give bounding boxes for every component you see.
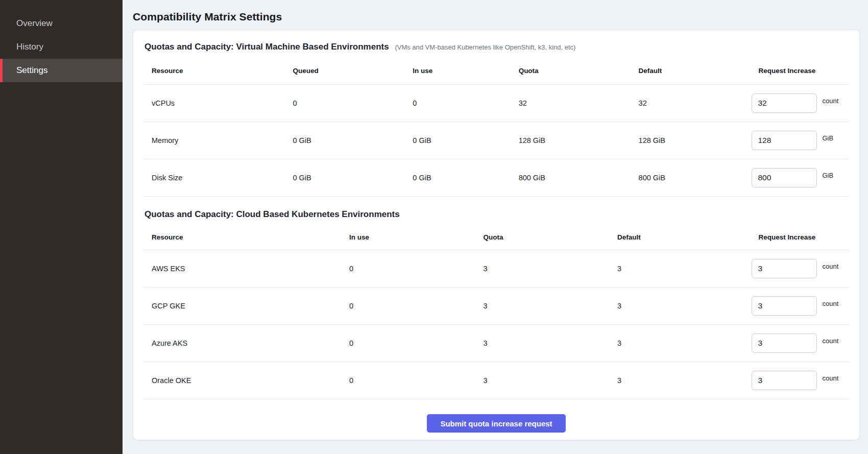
gcp-gke-quota: 3 xyxy=(475,302,610,310)
disk-in-use: 0 GiB xyxy=(404,174,510,182)
table-row-azure-aks: Azure AKS 0 3 3 count xyxy=(143,325,849,362)
gcp-gke-default: 3 xyxy=(609,302,750,310)
section-title-vm: Quotas and Capacity: Virtual Machine Bas… xyxy=(143,30,849,57)
disk-resource: Disk Size xyxy=(143,174,284,182)
memory-request-input[interactable] xyxy=(752,131,817,150)
table-row-aws-eks: AWS EKS 0 3 3 count xyxy=(143,250,849,288)
vcpus-unit-label: count xyxy=(823,97,839,105)
oracle-oke-quota: 3 xyxy=(475,376,610,385)
memory-queued: 0 GiB xyxy=(284,136,404,145)
oracle-oke-default: 3 xyxy=(609,376,750,385)
cloud-col-resource: Resource xyxy=(143,233,341,241)
oracle-oke-unit-label: count xyxy=(823,374,839,382)
vcpus-in-use: 0 xyxy=(404,99,510,107)
main-content: Compatibility Matrix Settings Quotas and… xyxy=(123,0,868,454)
sidebar-item-history-label: History xyxy=(16,42,43,52)
vm-col-quota: Quota xyxy=(511,67,631,75)
oracle-oke-resource: Oracle OKE xyxy=(143,376,341,385)
disk-queued: 0 GiB xyxy=(284,174,404,182)
azure-aks-default: 3 xyxy=(609,339,750,347)
azure-aks-quota: 3 xyxy=(475,339,610,347)
vcpus-request-cell: count xyxy=(751,93,849,113)
section-title-vm-text: Quotas and Capacity: Virtual Machine Bas… xyxy=(144,42,389,52)
azure-aks-request-cell: count xyxy=(751,333,849,353)
disk-request-input[interactable] xyxy=(752,168,817,187)
disk-quota: 800 GiB xyxy=(511,174,631,182)
oracle-oke-request-cell: count xyxy=(751,371,849,390)
sidebar: Overview History Settings xyxy=(0,0,123,454)
submit-button-row: Submit quota increase request xyxy=(143,399,849,440)
table-row-vcpus: vCPUs 0 0 32 32 count xyxy=(143,85,849,122)
page-title: Compatibility Matrix Settings xyxy=(133,11,860,23)
sidebar-item-overview-label: Overview xyxy=(16,18,53,29)
aws-eks-resource: AWS EKS xyxy=(143,265,341,273)
memory-in-use: 0 GiB xyxy=(404,136,510,145)
table-row-disk-size: Disk Size 0 GiB 0 GiB 800 GiB 800 GiB Gi… xyxy=(143,159,849,197)
memory-resource: Memory xyxy=(143,136,284,145)
vcpus-quota: 32 xyxy=(511,99,631,107)
disk-request-cell: GiB xyxy=(751,168,849,187)
section-title-cloud: Quotas and Capacity: Cloud Based Kuberne… xyxy=(143,197,849,225)
vcpus-resource: vCPUs xyxy=(143,99,284,107)
vm-col-queued: Queued xyxy=(284,67,404,75)
azure-aks-resource: Azure AKS xyxy=(143,339,341,347)
aws-eks-quota: 3 xyxy=(475,265,610,273)
memory-default: 128 GiB xyxy=(631,136,751,145)
aws-eks-unit-label: count xyxy=(823,262,839,270)
vm-col-resource: Resource xyxy=(143,67,284,75)
section-title-cloud-text: Quotas and Capacity: Cloud Based Kuberne… xyxy=(144,209,400,219)
vcpus-request-input[interactable] xyxy=(752,93,817,113)
vm-col-in-use: In use xyxy=(404,67,510,75)
sidebar-item-history[interactable]: History xyxy=(0,35,123,59)
memory-unit-label: GiB xyxy=(823,134,834,142)
vm-col-default: Default xyxy=(631,67,751,75)
gcp-gke-unit-label: count xyxy=(823,300,839,307)
aws-eks-request-input[interactable] xyxy=(752,259,817,278)
vm-col-request-increase: Request Increase xyxy=(751,67,849,75)
vm-table-header: Resource Queued In use Quota Default Req… xyxy=(143,57,849,85)
azure-aks-request-input[interactable] xyxy=(752,333,817,353)
cloud-col-in-use: In use xyxy=(341,233,475,241)
quotas-card: Quotas and Capacity: Virtual Machine Bas… xyxy=(133,30,860,440)
table-row-memory: Memory 0 GiB 0 GiB 128 GiB 128 GiB GiB xyxy=(143,122,849,159)
aws-eks-in-use: 0 xyxy=(341,265,475,273)
cloud-col-request-increase: Request Increase xyxy=(751,233,849,241)
disk-unit-label: GiB xyxy=(823,172,834,179)
table-row-oracle-oke: Oracle OKE 0 3 3 count xyxy=(143,362,849,399)
azure-aks-in-use: 0 xyxy=(341,339,475,347)
aws-eks-default: 3 xyxy=(609,265,750,273)
gcp-gke-request-input[interactable] xyxy=(752,296,817,316)
disk-default: 800 GiB xyxy=(631,174,751,182)
cloud-col-default: Default xyxy=(609,233,750,241)
vcpus-default: 32 xyxy=(631,99,751,107)
app-window: Overview History Settings Compatibility … xyxy=(0,0,868,454)
oracle-oke-in-use: 0 xyxy=(341,376,475,385)
gcp-gke-in-use: 0 xyxy=(341,302,475,310)
gcp-gke-request-cell: count xyxy=(751,296,849,316)
cloud-col-quota: Quota xyxy=(475,233,610,241)
oracle-oke-request-input[interactable] xyxy=(752,371,817,390)
memory-quota: 128 GiB xyxy=(511,136,631,145)
cloud-table-header: Resource In use Quota Default Request In… xyxy=(143,225,849,250)
azure-aks-unit-label: count xyxy=(823,337,839,345)
sidebar-item-overview[interactable]: Overview xyxy=(0,12,123,35)
section-subtitle-vm: (VMs and VM-based Kubernetes like OpenSh… xyxy=(395,43,575,51)
gcp-gke-resource: GCP GKE xyxy=(143,302,341,310)
table-row-gcp-gke: GCP GKE 0 3 3 count xyxy=(143,288,849,325)
vcpus-queued: 0 xyxy=(284,99,404,107)
memory-request-cell: GiB xyxy=(751,131,849,150)
aws-eks-request-cell: count xyxy=(751,259,849,278)
sidebar-item-settings[interactable]: Settings xyxy=(0,59,123,82)
submit-quota-increase-button[interactable]: Submit quota increase request xyxy=(427,414,565,433)
sidebar-item-settings-label: Settings xyxy=(16,65,47,76)
